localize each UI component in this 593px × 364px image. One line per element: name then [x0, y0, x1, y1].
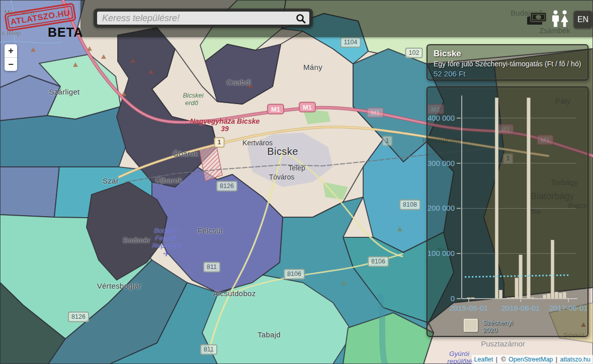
legend-swatch — [464, 319, 478, 332]
bar-chart: 0100 000200 000300 000400 0002015-05-012… — [428, 87, 587, 336]
header-icons: EN — [526, 10, 592, 29]
search-input[interactable] — [97, 12, 309, 25]
people-icon — [551, 21, 569, 29]
beta-label: BETA — [48, 25, 83, 40]
legend-label: Széchenyi 2020 — [483, 319, 513, 334]
attribution-separator: | — [556, 356, 557, 363]
language-button[interactable]: EN — [573, 11, 592, 29]
map-attribution: Leaflet | © OpenStreetMap | atlatszo.hu — [472, 355, 593, 364]
svg-text:2017-06-01: 2017-06-01 — [549, 304, 587, 312]
svg-text:2015-05-01: 2015-05-01 — [450, 304, 488, 312]
money-layer-button[interactable] — [526, 10, 547, 29]
banknote-icon — [526, 21, 547, 29]
info-panel-subtitle: Egy főre jutó Széchenyi-támogatás (Ft / … — [434, 60, 581, 68]
info-panel-value: 52 206 Ft — [434, 69, 581, 78]
svg-text:0: 0 — [451, 294, 455, 303]
zoom-out-button[interactable]: − — [5, 58, 17, 71]
attribution-link[interactable]: OpenStreetMap — [509, 356, 553, 363]
map-zoom-control: + − — [5, 44, 17, 71]
attribution-separator: | — [496, 356, 497, 363]
chart-panel: 0100 000200 000300 000400 0002015-05-012… — [427, 86, 588, 337]
attribution-separator: © — [501, 356, 505, 363]
zoom-in-button[interactable]: + — [5, 44, 17, 58]
svg-text:300 000: 300 000 — [428, 159, 455, 167]
chart-legend: Széchenyi 2020 — [464, 319, 513, 334]
population-layer-button[interactable] — [551, 10, 569, 29]
svg-text:400 000: 400 000 — [428, 114, 455, 122]
svg-text:200 000: 200 000 — [428, 204, 455, 212]
info-panel: Bicske Egy főre jutó Széchenyi-támogatás… — [427, 44, 588, 80]
search-bar — [94, 9, 313, 28]
svg-text:100 000: 100 000 — [428, 249, 455, 257]
attribution-link[interactable]: atlatszo.hu — [560, 356, 590, 363]
svg-text:2016-06-01: 2016-06-01 — [501, 304, 540, 312]
info-panel-title: Bicske — [434, 49, 581, 59]
attribution-link[interactable]: Leaflet — [474, 356, 493, 363]
app-window: Mészteleps telepSzárligetCsabdiMányBicsk… — [0, 0, 593, 364]
